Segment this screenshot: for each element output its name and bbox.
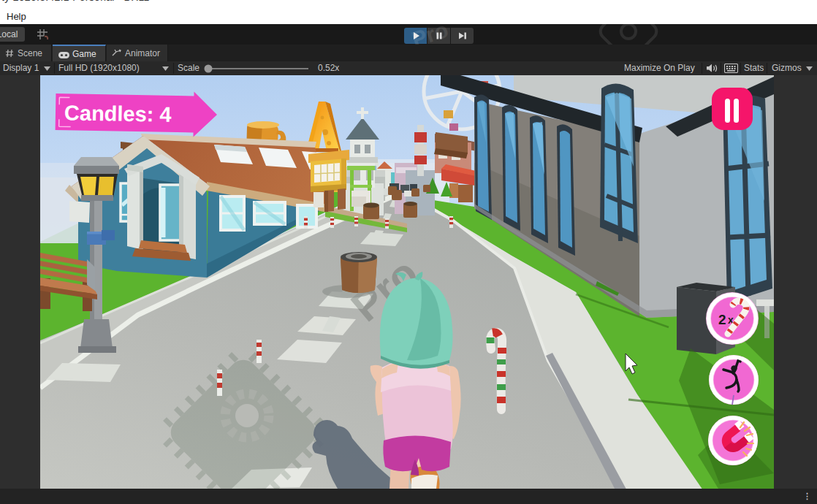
svg-text:Candles: 4: Candles: 4: [64, 101, 172, 126]
svg-text:Pro: Pro: [408, 24, 451, 45]
svg-text:2: 2: [718, 312, 726, 327]
